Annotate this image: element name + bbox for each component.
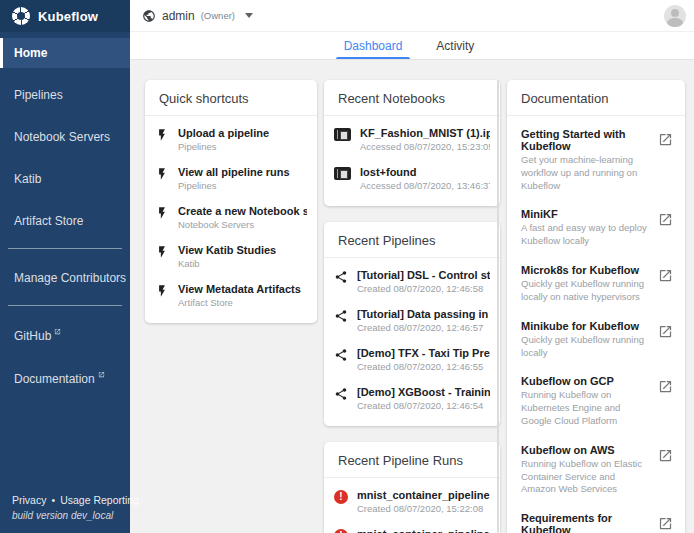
launch-icon xyxy=(658,208,673,248)
launch-icon xyxy=(658,128,673,192)
notebook-icon xyxy=(334,167,351,180)
pipeline-run-item[interactable]: mnist_container_pipeline runCreated 08/0… xyxy=(324,482,500,521)
bolt-icon xyxy=(155,206,169,220)
doc-link-minikube[interactable]: Minikube for KubeflowQuickly get Kubeflo… xyxy=(507,312,685,368)
sidebar-divider xyxy=(8,305,122,306)
sidebar: Kubeflow Home Pipelines Notebook Servers… xyxy=(0,0,130,533)
avatar[interactable] xyxy=(664,5,686,27)
globe-icon xyxy=(142,9,156,23)
bolt-icon xyxy=(155,245,169,259)
bullet-separator: • xyxy=(51,494,55,506)
user-role: (Owner) xyxy=(201,10,235,21)
doc-link-kubeflow-gcp[interactable]: Kubeflow on GCPRunning Kubeflow on Kuber… xyxy=(507,367,685,435)
middle-column-scrollbar[interactable] xyxy=(497,80,499,533)
doc-link-minikf[interactable]: MiniKFA fast and easy way to deploy Kube… xyxy=(507,200,685,256)
run-status-error-icon xyxy=(334,490,348,504)
namespace-selector[interactable]: admin (Owner) xyxy=(142,9,253,23)
sidebar-divider xyxy=(8,248,122,249)
tab-activity[interactable]: Activity xyxy=(416,32,494,59)
pipeline-icon xyxy=(334,348,348,362)
pipeline-icon xyxy=(334,309,348,323)
tab-dashboard[interactable]: Dashboard xyxy=(330,32,417,59)
notebook-item[interactable]: lost+foundAccessed 08/07/2020, 13:46:37 xyxy=(324,159,500,198)
external-link-icon xyxy=(98,371,105,378)
notebook-icon xyxy=(334,128,351,141)
external-link-icon xyxy=(54,328,61,335)
chevron-down-icon xyxy=(245,13,253,18)
pipeline-run-item[interactable]: mnist_container_pipeline runCreated 08/0… xyxy=(324,521,500,533)
pipeline-item[interactable]: [Tutorial] DSL - Control structuresCreat… xyxy=(324,262,500,301)
shortcut-view-katib-studies[interactable]: View Katib StudiesKatib xyxy=(145,237,317,276)
pipeline-icon xyxy=(334,270,348,284)
launch-icon xyxy=(658,264,673,304)
shortcut-upload-pipeline[interactable]: Upload a pipelinePipelines xyxy=(145,120,317,159)
recent-pipelines-card: Recent Pipelines [Tutorial] DSL - Contro… xyxy=(324,222,500,426)
shortcut-create-notebook-server[interactable]: Create a new Notebook serverNotebook Ser… xyxy=(145,198,317,237)
logo-bar[interactable]: Kubeflow xyxy=(0,0,130,32)
shortcut-view-pipeline-runs[interactable]: View all pipeline runsPipelines xyxy=(145,159,317,198)
doc-link-microk8s[interactable]: Microk8s for KubeflowQuickly get Kubeflo… xyxy=(507,256,685,312)
sidebar-item-notebook-servers[interactable]: Notebook Servers xyxy=(0,122,130,152)
doc-link-getting-started[interactable]: Getting Started with KubeflowGet your ma… xyxy=(507,120,685,200)
sidebar-item-documentation[interactable]: Documentation xyxy=(0,363,130,394)
sidebar-item-pipelines[interactable]: Pipelines xyxy=(0,80,130,110)
main-content: Quick shortcuts Upload a pipelinePipelin… xyxy=(130,60,694,533)
notebook-item[interactable]: KF_Fashion_MNIST (1).ipynbAccessed 08/07… xyxy=(324,120,500,159)
bolt-icon xyxy=(155,167,169,181)
documentation-title: Documentation xyxy=(507,80,685,116)
bolt-icon xyxy=(155,284,169,298)
kubeflow-logo-icon xyxy=(12,7,30,25)
sidebar-nav: Home Pipelines Notebook Servers Katib Ar… xyxy=(0,32,130,486)
launch-icon xyxy=(658,512,673,533)
username: admin xyxy=(162,9,195,23)
launch-icon xyxy=(658,375,673,427)
recent-pipeline-runs-card: Recent Pipeline Runs mnist_container_pip… xyxy=(324,442,500,533)
quick-shortcuts-title: Quick shortcuts xyxy=(145,80,317,116)
doc-link-requirements[interactable]: Requirements for KubeflowGet more detail… xyxy=(507,504,685,533)
quick-shortcuts-card: Quick shortcuts Upload a pipelinePipelin… xyxy=(145,80,317,323)
kubeflow-dashboard: Kubeflow Home Pipelines Notebook Servers… xyxy=(0,0,694,533)
sidebar-footer: Privacy • Usage Reporting build version … xyxy=(0,486,130,533)
sidebar-item-github[interactable]: GitHub xyxy=(0,320,130,351)
launch-icon xyxy=(658,444,673,496)
tab-bar: Dashboard Activity xyxy=(130,32,694,60)
brand-name: Kubeflow xyxy=(38,9,98,24)
recent-notebooks-title: Recent Notebooks xyxy=(324,80,500,116)
recent-pipeline-runs-title: Recent Pipeline Runs xyxy=(324,442,500,478)
build-version: build version dev_local xyxy=(12,510,118,521)
doc-link-kubeflow-aws[interactable]: Kubeflow on AWSRunning Kubeflow on Elast… xyxy=(507,436,685,504)
pipeline-item[interactable]: [Demo] TFX - Taxi Tip Prediction Model .… xyxy=(324,340,500,379)
usage-reporting-link[interactable]: Usage Reporting xyxy=(60,494,139,506)
sidebar-item-manage-contributors[interactable]: Manage Contributors xyxy=(0,263,130,293)
sidebar-item-artifact-store[interactable]: Artifact Store xyxy=(0,206,130,236)
sidebar-item-katib[interactable]: Katib xyxy=(0,164,130,194)
launch-icon xyxy=(658,320,673,360)
recent-pipelines-title: Recent Pipelines xyxy=(324,222,500,258)
pipeline-item[interactable]: [Tutorial] Data passing in python comp..… xyxy=(324,301,500,340)
documentation-card: Documentation Getting Started with Kubef… xyxy=(507,80,685,533)
shortcut-view-metadata-artifacts[interactable]: View Metadata ArtifactsArtifact Store xyxy=(145,276,317,315)
privacy-link[interactable]: Privacy xyxy=(12,494,46,506)
recent-notebooks-card: Recent Notebooks KF_Fashion_MNIST (1).ip… xyxy=(324,80,500,206)
sidebar-item-home[interactable]: Home xyxy=(0,38,130,68)
pipeline-item[interactable]: [Demo] XGBoost - Training with Confusi..… xyxy=(324,379,500,418)
pipeline-icon xyxy=(334,387,348,401)
topbar: admin (Owner) xyxy=(130,0,694,32)
bolt-icon xyxy=(155,128,169,142)
run-status-error-icon xyxy=(334,529,348,533)
